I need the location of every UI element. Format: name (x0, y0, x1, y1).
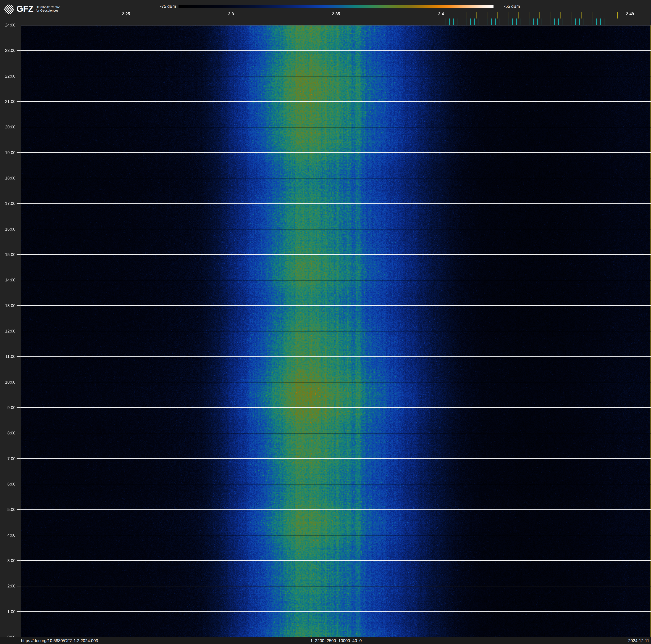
ble-channel-tick (458, 19, 458, 25)
time-axis: 24:0023:0022:0021:0020:0019:0018:0017:00… (0, 0, 21, 644)
ble-channel-tick (483, 19, 483, 25)
ble-channel-tick (517, 19, 517, 25)
freq-tick (147, 19, 147, 25)
time-tick (17, 433, 21, 433)
freq-tick (399, 19, 399, 25)
ble-channel-tick (579, 19, 580, 25)
ble-channel-tick (529, 19, 529, 25)
ble-channel-tick (567, 19, 567, 25)
time-tick (17, 229, 21, 229)
wifi-channel-tick (476, 12, 477, 19)
time-label: 1:00 (0, 609, 16, 614)
freq-tick (126, 19, 126, 25)
time-tick (17, 178, 21, 178)
time-tick (17, 254, 21, 255)
freq-tick (168, 19, 168, 25)
ble-channel-tick (575, 19, 576, 25)
wifi-channel-tick (508, 12, 508, 19)
time-label: 19:00 (0, 150, 16, 155)
ble-channel-tick (487, 19, 488, 25)
ble-channel-tick (521, 19, 521, 25)
freq-tick (252, 19, 252, 25)
time-label: 3:00 (0, 558, 16, 563)
time-label: 24:00 (0, 23, 16, 28)
time-tick (17, 25, 21, 25)
time-label: 10:00 (0, 380, 16, 385)
spectrogram-page: GFZ Helmholtz Centre for Geosciences -75… (0, 0, 651, 644)
ble-channel-tick (500, 19, 500, 25)
time-label: 13:00 (0, 303, 16, 308)
time-tick (17, 407, 21, 408)
time-tick (17, 586, 21, 586)
freq-tick (420, 19, 420, 25)
time-label: 11:00 (0, 354, 16, 359)
time-tick (17, 203, 21, 204)
ble-channel-tick (554, 19, 555, 25)
freq-tick (231, 19, 231, 25)
ble-channel-tick (474, 19, 475, 25)
ble-channel-tick (466, 19, 466, 25)
wifi-channel-tick (550, 12, 551, 19)
time-label: 22:00 (0, 74, 16, 79)
freq-tick (630, 19, 630, 25)
ble-channel-tick (449, 19, 450, 25)
freq-tick (357, 19, 357, 25)
time-tick (17, 611, 21, 612)
time-label: 15:00 (0, 252, 16, 257)
wifi-channel-tick (539, 12, 540, 19)
wifi-channel-tick (617, 12, 618, 19)
time-tick (17, 280, 21, 281)
wifi-channel-tick (582, 12, 582, 19)
ble-channel-tick (558, 19, 559, 25)
freq-tick-label: 2.49 (622, 11, 639, 16)
time-tick (17, 458, 21, 459)
ble-channel-tick (445, 19, 445, 25)
wifi-channel-tick (487, 12, 488, 19)
freq-tick (42, 19, 42, 25)
time-tick (17, 535, 21, 535)
ble-channel-tick (537, 19, 538, 25)
ble-channel-tick (504, 19, 504, 25)
ble-channel-tick (600, 19, 601, 25)
time-label: 2:00 (0, 583, 16, 588)
ble-channel-tick (495, 19, 496, 25)
time-tick (17, 382, 21, 382)
time-tick (17, 331, 21, 331)
time-tick (17, 152, 21, 153)
time-label: 8:00 (0, 431, 16, 436)
time-label: 21:00 (0, 99, 16, 104)
freq-tick-label: 2.25 (118, 11, 134, 16)
freq-tick (441, 19, 441, 25)
footer-dataset-name: 1_2200_2500_10000_40_0 (21, 637, 651, 644)
ble-channel-tick (462, 19, 462, 25)
ble-channel-tick (508, 19, 508, 25)
ble-channel-tick (470, 19, 471, 25)
spectrogram-canvas (21, 25, 651, 637)
ble-channel-tick (541, 19, 542, 25)
ble-channel-tick (478, 19, 479, 25)
wifi-channel-tick (466, 12, 467, 19)
time-tick (17, 127, 21, 127)
ble-channel-tick (454, 19, 454, 25)
ble-channel-tick (546, 19, 546, 25)
wifi-channel-tick (560, 12, 561, 19)
time-label: 9:00 (0, 405, 16, 410)
wifi-channel-tick (571, 12, 571, 19)
ble-channel-tick (604, 19, 605, 25)
time-label: 14:00 (0, 277, 16, 283)
time-label: 17:00 (0, 201, 16, 206)
freq-tick-label: 2.35 (328, 11, 344, 16)
time-tick (17, 560, 21, 561)
ble-channel-tick (596, 19, 597, 25)
time-label: 7:00 (0, 456, 16, 461)
freq-tick (189, 19, 189, 25)
time-tick (17, 50, 21, 51)
time-label: 23:00 (0, 48, 16, 53)
time-label: 4:00 (0, 533, 16, 538)
ble-channel-tick (571, 19, 571, 25)
time-label: 12:00 (0, 328, 16, 333)
frequency-axis: 2.252.32.352.42.49 (0, 0, 651, 25)
ble-channel-tick (550, 19, 550, 25)
freq-tick-label: 2.4 (433, 11, 450, 16)
ble-channel-tick (609, 19, 609, 25)
